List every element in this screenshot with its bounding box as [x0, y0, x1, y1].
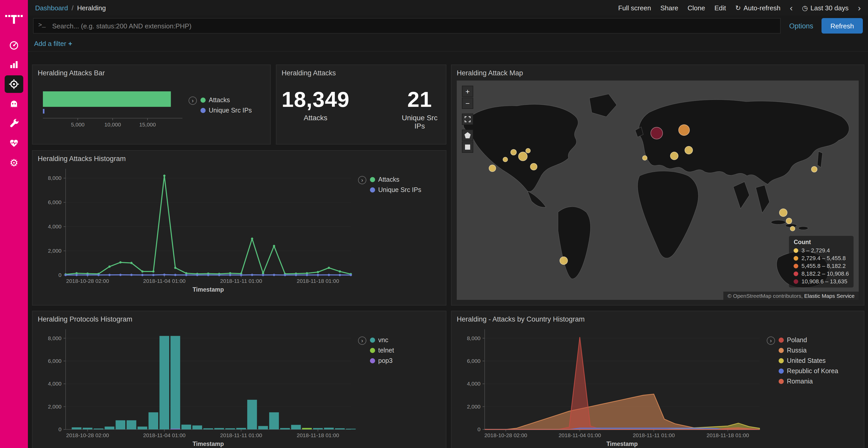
- map-legend-color-dot: [794, 279, 799, 284]
- attack-location-marker[interactable]: [511, 149, 517, 156]
- gauge-icon: [9, 40, 19, 50]
- map-zoom-out-button[interactable]: −: [462, 98, 473, 109]
- panel-heralding-attack-map: Heralding Attack Map: [451, 65, 864, 306]
- chevron-left-icon: ‹: [790, 3, 793, 13]
- legend-item[interactable]: vnc: [370, 337, 394, 344]
- clone-button[interactable]: Clone: [688, 4, 705, 12]
- telekom-t-logo-icon: [5, 11, 23, 26]
- legend-item[interactable]: Russia: [779, 347, 838, 354]
- legend-label: Attacks: [209, 97, 230, 104]
- attack-location-marker[interactable]: [530, 163, 537, 171]
- search-input[interactable]: [33, 18, 781, 34]
- panel-title: Heralding Attacks Bar: [38, 69, 265, 77]
- panel-heralding-attacks-metric: Heralding Attacks 18,349 Attacks 21 Uniq…: [276, 65, 446, 144]
- panel-title: Heralding - Attacks by Country Histogram: [457, 315, 859, 323]
- protocols-bar-chart[interactable]: 02,0004,0006,0008,0002018-10-28 02:00201…: [38, 324, 358, 448]
- attack-location-marker[interactable]: [811, 166, 817, 172]
- legend-label: telnet: [378, 347, 394, 354]
- legend-color-dot: [200, 108, 206, 113]
- attack-location-marker[interactable]: [503, 157, 508, 162]
- world-map[interactable]: + −: [457, 80, 859, 300]
- sidebar-item-tools[interactable]: [5, 114, 23, 132]
- sidebar-nav: ⚙: [5, 36, 23, 171]
- sidebar-item-analytics[interactable]: [5, 56, 23, 73]
- attack-location-marker[interactable]: [489, 165, 496, 172]
- svg-text:2,000: 2,000: [467, 404, 480, 410]
- terminal-prompt-icon: >_: [38, 22, 46, 29]
- attacks-bar-chart[interactable]: 5,00010,00015,000: [38, 86, 189, 138]
- attack-location-marker[interactable]: [685, 146, 693, 154]
- attack-location-marker[interactable]: [670, 152, 678, 160]
- sidebar-item-health[interactable]: [5, 134, 23, 152]
- legend-item[interactable]: United States: [779, 357, 838, 365]
- time-back-button[interactable]: ‹: [790, 3, 793, 12]
- svg-text:2018-11-04 01:00: 2018-11-04 01:00: [143, 432, 185, 438]
- legend-label: Romania: [787, 378, 813, 385]
- country-area-chart[interactable]: 02,0004,0006,0008,0002018-10-28 02:00201…: [457, 324, 767, 448]
- sidebar-item-dashboard[interactable]: [5, 36, 23, 54]
- legend-item[interactable]: Unique Src IPs: [370, 186, 421, 194]
- attack-location-marker[interactable]: [642, 156, 647, 161]
- attack-location-marker[interactable]: [790, 226, 796, 232]
- attack-location-marker[interactable]: [519, 152, 528, 161]
- legend-item[interactable]: Republic of Korea: [779, 368, 838, 375]
- fullscreen-button[interactable]: Full screen: [618, 4, 651, 12]
- sidebar: ⚙: [0, 0, 28, 448]
- breadcrumb-dashboard-link[interactable]: Dashboard: [35, 4, 68, 12]
- svg-text:2,000: 2,000: [48, 248, 61, 254]
- metric-unique-src-ips: 21 Unique Src IPs: [399, 87, 441, 130]
- legend-label: Russia: [787, 347, 807, 354]
- legend-color-dot: [370, 177, 375, 182]
- legend-collapse-button[interactable]: ›: [767, 337, 775, 345]
- attack-location-marker[interactable]: [650, 127, 663, 140]
- sidebar-item-attack-map[interactable]: [5, 75, 23, 93]
- attack-location-marker[interactable]: [679, 125, 690, 136]
- edit-button[interactable]: Edit: [714, 4, 726, 12]
- sidebar-item-threat-intel[interactable]: [5, 95, 23, 112]
- chart-legend: › vnctelnetpop3: [358, 324, 394, 365]
- telekom-t-logo[interactable]: [5, 6, 23, 31]
- map-legend-color-dot: [794, 248, 799, 253]
- legend-item[interactable]: Unique Src IPs: [200, 107, 252, 114]
- auto-refresh-button[interactable]: ↻Auto-refresh: [735, 4, 780, 12]
- bar-chart-icon: [9, 59, 19, 70]
- legend-item[interactable]: Romania: [779, 378, 838, 385]
- attacks-line-chart[interactable]: 02,0004,0006,0008,0002018-10-28 02:00201…: [38, 164, 358, 294]
- metric-value: 21: [399, 87, 441, 112]
- kibana-dashboard-app: ⚙ Dashboard / Heralding Full screen Shar…: [0, 0, 868, 448]
- ghost-mask-icon: [9, 99, 19, 109]
- legend-item[interactable]: telnet: [370, 347, 394, 354]
- legend-item[interactable]: pop3: [370, 357, 394, 365]
- attack-location-marker[interactable]: [779, 209, 787, 217]
- options-link[interactable]: Options: [789, 22, 813, 30]
- sidebar-item-settings[interactable]: ⚙: [5, 154, 23, 171]
- time-forward-button[interactable]: ›: [858, 3, 861, 12]
- attack-location-marker[interactable]: [785, 218, 792, 224]
- add-filter-link[interactable]: Add a filter+: [34, 40, 72, 47]
- legend-collapse-button[interactable]: ›: [358, 176, 366, 184]
- map-zoom-in-button[interactable]: +: [462, 86, 473, 97]
- refresh-button[interactable]: Refresh: [822, 18, 863, 34]
- panel-title: Heralding Attacks: [282, 69, 441, 77]
- query-bar: >_ Options Refresh: [33, 17, 863, 35]
- map-legend-label: 2,729.4 – 5,455.8: [802, 255, 846, 261]
- time-range-picker[interactable]: ◷Last 30 days: [802, 4, 848, 12]
- map-draw-polygon-button[interactable]: [462, 130, 473, 141]
- legend-collapse-button[interactable]: ›: [358, 337, 366, 345]
- legend-item[interactable]: Attacks: [200, 97, 252, 104]
- crop-fit-icon: [464, 116, 471, 122]
- legend-item[interactable]: Poland: [779, 337, 838, 344]
- attack-location-marker[interactable]: [525, 148, 530, 153]
- clock-icon: ◷: [802, 4, 808, 12]
- legend-color-dot: [370, 338, 375, 343]
- legend-item[interactable]: Attacks: [370, 176, 421, 183]
- share-button[interactable]: Share: [660, 4, 678, 12]
- legend-label: Unique Src IPs: [378, 186, 421, 194]
- elastic-maps-service-link[interactable]: Elastic Maps Service: [804, 292, 855, 299]
- map-draw-rect-button[interactable]: [462, 141, 473, 153]
- legend-collapse-button[interactable]: ›: [189, 97, 197, 105]
- map-fit-bounds-button[interactable]: [462, 113, 473, 125]
- map-legend-color-dot: [794, 264, 799, 268]
- attack-location-marker[interactable]: [560, 257, 568, 265]
- top-navigation-bar: Dashboard / Heralding Full screen Share …: [28, 0, 868, 15]
